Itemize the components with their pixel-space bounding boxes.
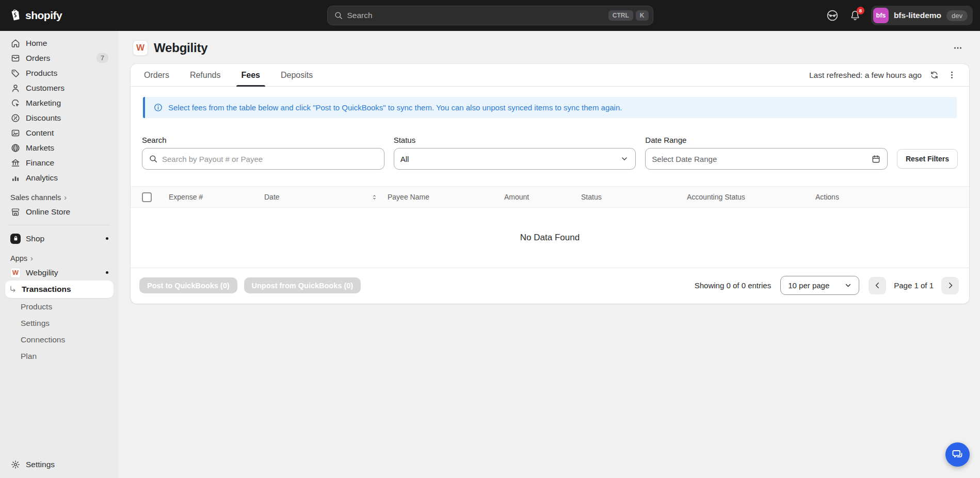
reset-filters-button[interactable]: Reset Filters xyxy=(897,149,958,169)
media-icon xyxy=(10,128,21,138)
ctrl-key-hint: CTRL xyxy=(608,10,633,21)
apps-section[interactable]: Apps › xyxy=(10,254,113,262)
column-payee: Payee Name xyxy=(388,193,504,201)
empty-state-text: No Data Found xyxy=(131,208,969,268)
sidebar-item-customers[interactable]: Customers xyxy=(6,80,113,95)
sales-channels-section[interactable]: Sales channels › xyxy=(10,193,113,202)
column-date-label: Date xyxy=(264,193,280,201)
sidebar-item-marketing[interactable]: Marketing xyxy=(6,95,113,110)
branch-arrow-icon xyxy=(8,285,18,294)
target-cursor-icon xyxy=(10,98,21,108)
chevron-right-icon: › xyxy=(30,254,33,262)
sidebar-item-orders[interactable]: Orders 7 xyxy=(6,51,113,65)
sidebar-item-products[interactable]: Products xyxy=(6,65,113,80)
column-expense: Expense # xyxy=(169,193,264,201)
sidebar-item-label: Products xyxy=(26,69,57,78)
status-label: Status xyxy=(394,136,636,144)
date-range-field: Date Range Select Date Range xyxy=(645,136,888,170)
page-overflow-menu[interactable] xyxy=(950,40,966,56)
tab-bar: Orders Refunds Fees Deposits Last refres… xyxy=(131,64,969,87)
table-footer: Post to QuickBooks (0) Unpost from Quick… xyxy=(131,268,969,304)
sort-icon[interactable] xyxy=(371,193,378,201)
column-accounting-status: Accounting Status xyxy=(687,193,815,201)
unpost-from-quickbooks-button[interactable]: Unpost from QuickBooks (0) xyxy=(244,277,361,293)
sidebar-item-markets[interactable]: Markets xyxy=(6,140,113,155)
search-field: Search xyxy=(142,136,384,170)
shortcut-hints: CTRL K xyxy=(608,10,649,21)
sidebar-item-webgility-plan[interactable]: Plan xyxy=(6,349,113,364)
main-content: W Webgility Orders Refunds Fees Deposits… xyxy=(119,31,980,478)
sidebar-item-label: Discounts xyxy=(26,113,61,123)
gear-icon xyxy=(10,459,21,470)
tag-icon xyxy=(10,68,21,78)
filters-row: Search Status All Date Range Select Date… xyxy=(131,136,969,170)
sidebar-item-webgility-settings[interactable]: Settings xyxy=(6,316,113,331)
column-actions: Actions xyxy=(815,193,969,201)
chevron-right-icon: › xyxy=(64,193,67,202)
sidebar-item-label: Marketing xyxy=(26,98,61,108)
global-search-input[interactable] xyxy=(347,11,604,20)
status-select-value: All xyxy=(400,155,616,163)
refresh-icon[interactable] xyxy=(929,70,939,80)
sidebar-item-label: Customers xyxy=(26,84,65,93)
sidebar-item-home[interactable]: Home xyxy=(6,36,113,51)
sidebar-item-shop[interactable]: Shop xyxy=(6,231,113,246)
tab-refunds[interactable]: Refunds xyxy=(189,64,222,87)
sidebar-item-webgility[interactable]: W Webgility xyxy=(6,265,113,280)
post-to-quickbooks-button[interactable]: Post to QuickBooks (0) xyxy=(139,277,237,293)
home-icon xyxy=(10,38,21,48)
sidebar-item-label: Online Store xyxy=(26,207,70,217)
sidebar-item-webgility-connections[interactable]: Connections xyxy=(6,332,113,348)
status-select[interactable]: All xyxy=(394,148,636,170)
percent-badge-icon xyxy=(10,113,21,123)
tab-deposits[interactable]: Deposits xyxy=(280,64,314,87)
sidebar-divider xyxy=(8,225,110,225)
sidebar-item-transactions[interactable]: Transactions xyxy=(5,281,114,298)
tab-orders[interactable]: Orders xyxy=(143,64,170,87)
sidebar-item-label: Orders xyxy=(26,54,50,63)
sidebar-item-online-store[interactable]: Online Store xyxy=(6,204,113,219)
sidebar-item-content[interactable]: Content xyxy=(6,125,113,140)
page-indicator: Page 1 of 1 xyxy=(894,281,934,290)
sidebar-item-settings[interactable]: Settings xyxy=(6,457,113,472)
notification-dot xyxy=(106,237,108,240)
tab-fees[interactable]: Fees xyxy=(240,64,261,87)
shopify-wordmark: shopify xyxy=(25,9,62,22)
chevron-down-icon xyxy=(844,281,853,290)
chevron-left-icon xyxy=(873,281,882,290)
sidebar-item-label: Settings xyxy=(21,319,50,328)
global-search[interactable]: CTRL K xyxy=(327,6,653,25)
notifications-button[interactable]: 8 xyxy=(849,10,861,21)
per-page-select[interactable]: 10 per page xyxy=(780,276,859,295)
sidebar-item-label: Products xyxy=(21,302,52,311)
chat-widget-button[interactable] xyxy=(945,442,970,467)
notification-badge: 8 xyxy=(857,7,864,14)
next-page-button[interactable] xyxy=(941,277,959,294)
sidebar-item-webgility-products[interactable]: Products xyxy=(6,299,113,315)
previous-page-button[interactable] xyxy=(869,277,886,294)
apps-label: Apps xyxy=(10,254,27,262)
sidebar-item-label: Plan xyxy=(21,352,37,361)
info-icon xyxy=(153,103,163,112)
search-input[interactable] xyxy=(162,155,378,163)
shopify-logo[interactable]: shopify xyxy=(0,9,62,22)
sidebar-item-finance[interactable]: Finance xyxy=(6,155,113,170)
glasses-face-icon[interactable] xyxy=(826,9,839,22)
env-badge: dev xyxy=(946,10,968,21)
search-icon xyxy=(149,154,158,163)
select-all-checkbox[interactable] xyxy=(142,192,152,202)
sidebar: Home Orders 7 Products Customers Marketi… xyxy=(0,31,119,478)
date-range-picker[interactable]: Select Date Range xyxy=(645,148,888,170)
account-menu[interactable]: bfs bfs-litedemo dev xyxy=(871,6,973,25)
search-control[interactable] xyxy=(142,148,384,170)
shop-app-icon xyxy=(10,234,21,244)
column-amount: Amount xyxy=(504,193,581,201)
sidebar-item-label: Settings xyxy=(26,460,55,469)
column-status: Status xyxy=(581,193,687,201)
sidebar-item-analytics[interactable]: Analytics xyxy=(6,170,113,185)
sidebar-item-label: Content xyxy=(26,128,54,138)
sidebar-item-discounts[interactable]: Discounts xyxy=(6,110,113,125)
shopify-bag-icon xyxy=(8,9,22,22)
sidebar-item-label: Markets xyxy=(26,143,54,153)
kebab-vertical-icon[interactable] xyxy=(947,70,957,80)
